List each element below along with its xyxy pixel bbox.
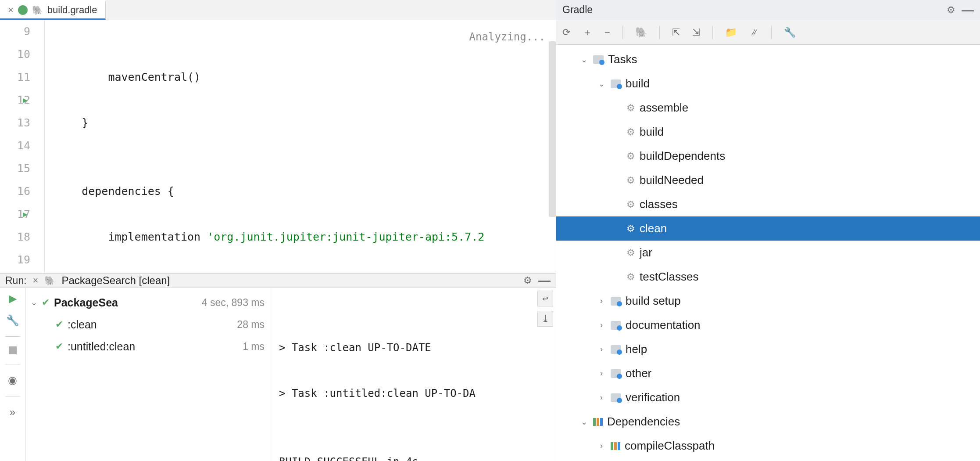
gear-icon: ⚙ [626,247,635,259]
task-label: testClasses [640,270,698,284]
gear-icon: ⚙ [626,175,635,186]
line-gutter: 9 10 11 12 13 14 15 16 17 18 19 [0,20,45,273]
group-label: documentation [626,318,701,332]
chevron-right-icon[interactable]: › [597,441,606,450]
gradle-task-classes[interactable]: ⚙classes [556,192,980,216]
gradle-tree[interactable]: ⌄ Tasks ⌄ build ⚙assemble⚙build⚙buildDep… [556,45,980,461]
chevron-down-icon[interactable]: ⌄ [579,55,589,65]
minus-icon[interactable]: − [604,27,610,38]
chevron-down-icon[interactable]: ⌄ [31,298,37,307]
gradle-task-clean[interactable]: ⚙clean [556,216,980,241]
gradle-title: Gradle [562,4,593,16]
offline-icon[interactable]: ⫽ [749,27,759,38]
code-editor[interactable]: 9 10 11 12 13 14 15 16 17 18 19 Analyzin… [0,20,556,273]
collapse-all-icon[interactable]: ⇲ [692,27,700,38]
task-label: assemble [640,101,688,115]
gradle-task-buildNeeded[interactable]: ⚙buildNeeded [556,168,980,192]
run-header: Run: × 🐘 PackageSearch [clean] ⚙ — [0,274,556,288]
gradle-task-buildDependents[interactable]: ⚙buildDependents [556,144,980,168]
folder-icon [611,79,621,88]
run-console-output[interactable]: ↩ ⤓ > Task :clean UP-TO-DATE > Task :unt… [271,288,556,461]
more-icon[interactable]: » [10,406,15,418]
folder-icon [611,345,621,354]
rerun-icon[interactable]: ▶ [9,292,17,305]
task-label: buildDependents [640,149,725,163]
soft-wrap-icon[interactable]: ↩ [537,291,553,306]
minimize-icon[interactable]: — [962,3,974,17]
run-tool-window: Run: × 🐘 PackageSearch [clean] ⚙ — ▶ 🔧 ◉… [0,273,556,461]
gradle-icon[interactable]: 🐘 [635,27,647,38]
editor-pane: × 🐘 build.gradle 9 10 11 12 13 14 15 16 … [0,0,556,461]
tree-node-build-setup[interactable]: ›build setup [556,289,980,313]
run-config-name[interactable]: PackageSearch [clean] [61,274,170,287]
folder-settings-icon[interactable]: 📁 [725,27,737,38]
run-side-toolbar: ▶ 🔧 ◉ » [0,288,25,461]
refresh-icon[interactable]: ⟳ [562,27,570,38]
gradle-task-testClasses[interactable]: ⚙testClasses [556,265,980,289]
tree-node-compile-classpath[interactable]: › compileClasspath [556,434,980,458]
editor-tab-bar: × 🐘 build.gradle [0,0,556,20]
tree-node-verification[interactable]: ›verification [556,385,980,410]
check-icon: ✔ [42,297,50,308]
chevron-down-icon[interactable]: ⌄ [597,79,606,89]
analyzing-status: Analyzing... [469,25,545,48]
run-task-tree[interactable]: ⌄ ✔ PackageSea 4 sec, 893 ms ✔ :clean 28… [25,288,271,461]
folder-icon [611,321,621,330]
eye-icon[interactable]: ◉ [8,374,17,386]
chevron-right-icon[interactable]: › [597,369,606,378]
chevron-right-icon[interactable]: › [597,321,606,330]
gear-icon[interactable]: ⚙ [523,275,532,286]
wrench-icon[interactable]: 🔧 [6,314,19,327]
plus-icon[interactable]: ＋ [583,26,592,39]
run-label: Run: [5,275,27,287]
tree-node-dependencies[interactable]: ⌄ Dependencies [556,410,980,434]
gear-icon: ⚙ [626,126,635,138]
folder-icon [611,369,621,378]
chevron-right-icon[interactable]: › [597,296,606,306]
folder-icon [593,55,604,64]
group-label: build setup [626,294,681,308]
tree-node-documentation[interactable]: ›documentation [556,313,980,337]
tab-filename: build.gradle [47,4,97,16]
gradle-task-jar[interactable]: ⚙jar [556,241,980,265]
check-icon: ✔ [55,341,63,352]
chevron-right-icon[interactable]: › [597,345,606,354]
tree-node-other[interactable]: ›other [556,361,980,385]
task-tree-item-untitled-clean[interactable]: ✔ :untitled:clean 1 ms [25,335,271,357]
fold-column[interactable] [45,20,53,273]
gradle-task-build[interactable]: ⚙build [556,120,980,144]
tree-node-build[interactable]: ⌄ build [556,72,980,96]
code-area[interactable]: Analyzing... mavenCentral() } dependenci… [53,20,556,273]
gear-icon: ⚙ [626,271,635,283]
scroll-end-icon[interactable]: ⤓ [537,311,553,327]
close-icon[interactable]: × [8,5,14,15]
stop-icon[interactable] [9,346,17,354]
chevron-right-icon[interactable]: › [597,393,606,402]
tree-node-tasks[interactable]: ⌄ Tasks [556,47,980,72]
gear-icon: ⚙ [626,223,635,234]
folder-icon [611,393,621,402]
group-label: verification [626,391,680,404]
gear-icon: ⚙ [626,102,635,114]
task-label: clean [640,222,667,235]
java-badge-icon [18,5,28,15]
editor-tab-build-gradle[interactable]: × 🐘 build.gradle [0,0,106,20]
task-label: build [640,125,664,139]
minimize-icon[interactable]: — [538,274,551,288]
task-tree-item-clean[interactable]: ✔ :clean 28 ms [25,313,271,335]
task-label: buildNeeded [640,173,704,187]
group-label: help [626,342,647,356]
gear-icon[interactable]: ⚙ [947,4,955,16]
expand-all-icon[interactable]: ⇱ [672,27,680,38]
gradle-header: Gradle ⚙ — [556,0,980,20]
task-label: jar [640,246,652,259]
gear-icon: ⚙ [626,151,635,162]
gear-icon: ⚙ [626,199,635,210]
editor-scrollbar[interactable] [549,41,556,217]
chevron-down-icon[interactable]: ⌄ [579,417,589,427]
close-icon[interactable]: × [33,275,39,286]
task-tree-root[interactable]: ⌄ ✔ PackageSea 4 sec, 893 ms [25,292,271,313]
tree-node-help[interactable]: ›help [556,337,980,361]
gradle-task-assemble[interactable]: ⚙assemble [556,96,980,120]
wrench-icon[interactable]: 🔧 [784,27,796,38]
